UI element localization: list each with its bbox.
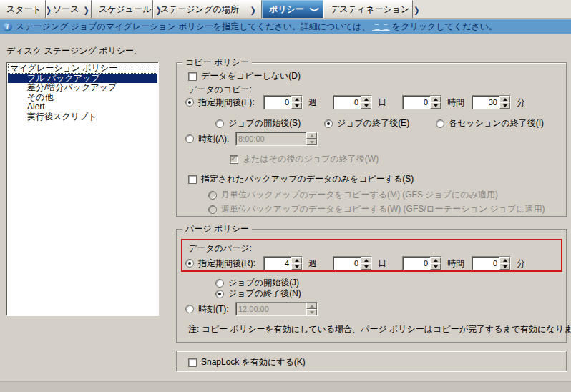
purge-minutes-input[interactable]	[472, 257, 499, 270]
spin-up-button[interactable]	[291, 96, 302, 102]
purge-weeks-input[interactable]	[264, 257, 291, 270]
purge-days-spinner[interactable]	[333, 256, 372, 270]
tab-label: ステージングの場所	[160, 4, 239, 16]
spin-up-button[interactable]	[430, 257, 441, 263]
tab-label: デスティネーション	[331, 4, 409, 16]
copy-weekly-radio	[208, 205, 217, 214]
minutes-unit-label: 分	[517, 258, 525, 270]
copy-after-job-start-label: ジョブの開始後(S)	[228, 117, 301, 129]
list-item-full-backup[interactable]: フル バックアップ	[8, 74, 157, 84]
copy-policy-group-title: コピー ポリシー	[182, 57, 252, 67]
info-icon: i	[3, 22, 12, 31]
purge-minutes-spinner[interactable]	[472, 256, 511, 270]
copy-at-time-label: 時刻(A):	[198, 133, 235, 145]
copy-after-job-start-radio[interactable]	[215, 119, 224, 128]
next-arrow-icon	[46, 5, 52, 14]
data-purge-label: データのパージ:	[188, 242, 252, 255]
copy-weeks-input[interactable]	[264, 96, 291, 109]
purge-policy-group-title: パージ ポリシー	[182, 224, 252, 234]
purge-after-job-end-radio[interactable]	[215, 290, 224, 298]
copy-at-time-radio[interactable]	[185, 134, 194, 143]
next-arrow-icon	[155, 5, 161, 14]
list-item-other[interactable]: その他	[8, 93, 157, 103]
days-unit-label: 日	[378, 97, 386, 109]
tab-policy[interactable]: ポリシー	[262, 0, 323, 18]
spin-up-button[interactable]	[499, 96, 510, 102]
purge-at-time-label: 時刻(T):	[198, 303, 235, 315]
spin-down-button[interactable]	[291, 102, 302, 109]
copy-after-period-radio[interactable]	[185, 98, 194, 107]
policy-category-list: マイグレーション ポリシー フル バックアップ 差分/増分バックアップ その他 …	[6, 62, 159, 316]
copy-time-field	[235, 132, 318, 146]
copy-after-job-end-label: ジョブの終了後(E)	[337, 117, 409, 129]
next-arrow-icon	[250, 5, 256, 14]
purge-hours-input[interactable]	[403, 257, 430, 270]
only-specified-backup-label: 指定されたバックアップのデータのみをコピーする(S)	[201, 173, 414, 185]
next-arrow-icon	[414, 5, 419, 14]
purge-after-period-label: 指定期間後(R):	[198, 258, 263, 270]
spin-down-button[interactable]	[430, 102, 441, 109]
copy-weekly-label: 週単位バックアップのデータをコピーする(W) (GFS/ローテーション ジョブに…	[221, 203, 545, 215]
chevron-down-icon	[310, 6, 319, 12]
purge-after-job-start-radio[interactable]	[215, 279, 224, 288]
spin-down-button	[306, 139, 317, 145]
copy-after-job-end-radio[interactable]	[324, 119, 333, 128]
purge-after-job-end-label: ジョブの終了後(N)	[228, 288, 301, 300]
copy-days-spinner[interactable]	[333, 95, 372, 109]
no-copy-checkbox[interactable]	[188, 72, 197, 81]
copy-hours-spinner[interactable]	[402, 95, 441, 109]
copy-minutes-spinner[interactable]	[472, 95, 511, 109]
help-link[interactable]: ここ	[372, 21, 390, 33]
purge-time-field	[235, 302, 318, 316]
spin-up-button[interactable]	[361, 257, 371, 263]
copy-time-input	[236, 132, 306, 145]
spin-down-button[interactable]	[430, 263, 441, 270]
tab-source[interactable]: ソース	[46, 0, 92, 18]
hours-unit-label: 時間	[447, 258, 464, 270]
list-item-alert[interactable]: Alert	[8, 102, 157, 112]
copy-monthly-radio	[208, 191, 217, 200]
copy-hours-input[interactable]	[403, 96, 430, 109]
disk-staging-policy-label: ディスク ステージング ポリシー:	[6, 45, 136, 57]
next-arrow-icon	[84, 5, 89, 14]
spin-down-button[interactable]	[291, 263, 302, 270]
spin-down-button[interactable]	[361, 102, 371, 109]
copy-weeks-spinner[interactable]	[263, 95, 303, 109]
snaplock-checkbox[interactable]	[188, 358, 197, 367]
copy-policy-group: コピー ポリシー データをコピーしない(D) データのコピー: 指定期間後(F)…	[176, 62, 567, 217]
tab-start[interactable]: スタート	[0, 0, 46, 18]
purge-after-period-radio[interactable]	[185, 259, 194, 268]
tab-staging-location[interactable]: ステージングの場所	[153, 0, 262, 18]
tab-label: ソース	[53, 4, 79, 16]
copy-after-each-session-radio[interactable]	[436, 119, 444, 128]
list-item-diff-incr-backup[interactable]: 差分/増分バックアップ	[8, 83, 157, 93]
purge-weeks-spinner[interactable]	[263, 256, 303, 270]
tab-schedule[interactable]: スケジュール	[92, 0, 153, 18]
snaplock-label: SnapLock を有効にする(K)	[201, 356, 306, 368]
spin-up-button[interactable]	[430, 96, 441, 102]
tab-label: ポリシー	[269, 4, 304, 16]
weeks-unit-label: 週	[308, 258, 317, 270]
purge-hours-spinner[interactable]	[402, 256, 441, 270]
copy-days-input[interactable]	[333, 96, 361, 109]
spin-down-button[interactable]	[361, 263, 371, 270]
weeks-unit-label: 週	[308, 97, 317, 109]
spin-up-button[interactable]	[361, 96, 371, 102]
purge-at-time-radio[interactable]	[185, 305, 194, 313]
list-item-post-script[interactable]: 実行後スクリプト	[8, 112, 157, 122]
only-specified-backup-checkbox[interactable]	[188, 175, 197, 184]
tab-destination[interactable]: デスティネーション	[323, 0, 413, 18]
spin-down-button[interactable]	[499, 102, 510, 109]
info-banner: i ステージング ジョブのマイグレーション ポリシーを指定してください。詳細につ…	[0, 19, 571, 34]
list-item-migration-policy[interactable]: マイグレーション ポリシー	[8, 64, 157, 74]
snaplock-group: SnapLock を有効にする(K)	[176, 351, 567, 371]
spin-up-button[interactable]	[291, 257, 302, 263]
spin-down-button[interactable]	[499, 263, 510, 270]
copy-after-period-label: 指定期間後(F):	[198, 97, 263, 109]
or-after-next-job-label: またはその後のジョブの終了後(W)	[243, 153, 379, 165]
spin-up-button	[306, 303, 317, 309]
bottom-panel-edge	[0, 381, 571, 392]
spin-up-button[interactable]	[499, 257, 510, 263]
copy-minutes-input[interactable]	[472, 96, 499, 109]
purge-days-input[interactable]	[333, 257, 361, 270]
